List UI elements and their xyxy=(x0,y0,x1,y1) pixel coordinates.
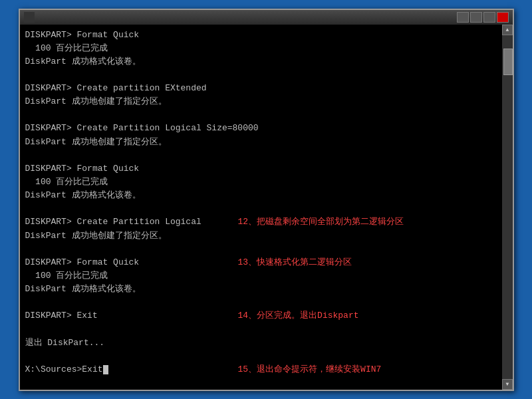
console-line: 100 百分比已完成 xyxy=(25,176,497,189)
console-line: 退出 DiskPart... xyxy=(25,336,497,350)
console-line: DISKPART> Create Partition Logical 12、把磁… xyxy=(25,215,497,229)
console-annotation: 15、退出命令提示符，继续安装WIN7 xyxy=(225,363,497,376)
console-line: DiskPart 成功格式化该卷。 xyxy=(25,189,497,202)
console-line: X:\Sources>Exit15、退出命令提示符，继续安装WIN7 xyxy=(25,363,497,376)
console-line xyxy=(25,350,497,363)
console-line xyxy=(25,323,497,336)
console-left: DISKPART> Create Partition Logical xyxy=(25,215,225,229)
title-bar xyxy=(20,10,513,25)
window-icon xyxy=(24,12,35,23)
console-line: DiskPart 成功格式化该卷。 xyxy=(25,55,497,68)
console-line: DISKPART> Create Partition Logical Size=… xyxy=(25,122,497,135)
console-line: 100 百分比已完成 xyxy=(25,269,497,283)
console-line: DISKPART> Create partition EXtended xyxy=(25,82,497,95)
console-area: DISKPART> Format Quick 100 百分比已完成DiskPar… xyxy=(20,25,513,390)
console-line xyxy=(25,202,497,215)
scrollbar-thumb[interactable] xyxy=(503,49,513,75)
restore-button[interactable] xyxy=(470,12,482,23)
maximize-button[interactable] xyxy=(483,12,495,23)
console-line xyxy=(25,68,497,82)
console-line: DiskPart 成功地创建了指定分区。 xyxy=(25,136,497,149)
console-line: DiskPart 成功地创建了指定分区。 xyxy=(25,95,497,108)
console-line xyxy=(25,149,497,162)
console-annotation: 14、分区完成。退出Diskpart xyxy=(225,309,497,323)
console-line: DISKPART> Format Quick xyxy=(25,162,497,176)
console-line: DiskPart 成功地创建了指定分区。 xyxy=(25,229,497,243)
console-content[interactable]: DISKPART> Format Quick 100 百分比已完成DiskPar… xyxy=(20,25,502,390)
title-bar-buttons xyxy=(457,12,509,23)
scrollbar-track[interactable] xyxy=(503,35,513,379)
minimize-button[interactable] xyxy=(457,12,469,23)
console-left: DISKPART> Exit xyxy=(25,309,225,323)
console-line xyxy=(25,243,497,256)
scroll-up-button[interactable]: ▲ xyxy=(502,25,513,35)
console-left: X:\Sources>Exit xyxy=(25,363,225,376)
console-line: DISKPART> Format Quick xyxy=(25,29,497,42)
console-left: DISKPART> Format Quick xyxy=(25,256,225,269)
cmd-window: DISKPART> Format Quick 100 百分比已完成DiskPar… xyxy=(19,9,514,391)
console-line: DiskPart 成功格式化该卷。 xyxy=(25,283,497,296)
scrollbar[interactable]: ▲ ▼ xyxy=(502,25,513,390)
console-line: DISKPART> Exit14、分区完成。退出Diskpart xyxy=(25,309,497,323)
console-line xyxy=(25,108,497,122)
console-line: DISKPART> Format Quick13、快速格式化第二逻辑分区 xyxy=(25,256,497,269)
console-line xyxy=(25,296,497,309)
cursor-block xyxy=(103,365,108,374)
console-line: 100 百分比已完成 xyxy=(25,42,497,55)
close-button[interactable] xyxy=(497,12,509,23)
console-annotation: 12、把磁盘剩余空间全部划为第二逻辑分区 xyxy=(225,215,497,229)
console-annotation: 13、快速格式化第二逻辑分区 xyxy=(225,256,497,269)
scroll-down-button[interactable]: ▼ xyxy=(502,379,513,390)
